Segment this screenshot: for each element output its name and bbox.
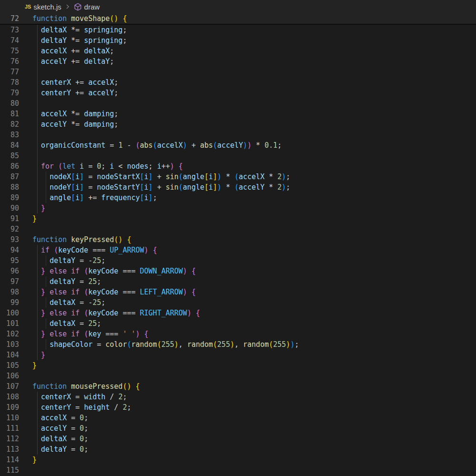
line-number: 110 [0, 413, 19, 423]
code-text: deltaY = -25; [32, 255, 106, 266]
code-text: deltaX = 0; [32, 434, 88, 444]
code-text: } else if (key === ' ') { [32, 329, 149, 339]
code-line[interactable]: 103 shapeColor = color(random(255), rand… [0, 339, 476, 350]
breadcrumb-file[interactable]: JS sketch.js [25, 3, 61, 11]
code-text: } else if (keyCode === RIGHT_ARROW) { [32, 308, 200, 318]
code-line[interactable]: 97 deltaY = 25; [0, 276, 476, 287]
code-line[interactable]: 80 [0, 98, 476, 109]
indent-guide [37, 130, 38, 140]
code-line[interactable]: 106 [0, 371, 476, 381]
code-text: function mousePressed() { [32, 381, 140, 392]
code-line[interactable]: 77 [0, 67, 476, 77]
indent-guide [37, 151, 38, 161]
code-line[interactable]: 115 [0, 465, 476, 476]
code-line[interactable]: 112 deltaX = 0; [0, 434, 476, 444]
code-line[interactable]: 78 centerX += accelX; [0, 77, 476, 88]
code-line[interactable]: 87 nodeX[i] = nodeStartX[i] + sin(angle[… [0, 172, 476, 182]
code-line[interactable]: 88 nodeY[i] = nodeStartY[i] + sin(angle[… [0, 182, 476, 192]
code-text: accelY = 0; [32, 423, 88, 434]
js-file-icon: JS [25, 4, 31, 10]
code-line[interactable]: 86 for (let i = 0; i < nodes; i++) { [0, 161, 476, 172]
code-line[interactable]: 101 deltaX = 25; [0, 318, 476, 329]
code-line[interactable]: 82 accelY *= damping; [0, 119, 476, 130]
line-number: 97 [0, 276, 19, 287]
code-line[interactable]: 104 } [0, 350, 476, 360]
line-number: 82 [0, 119, 19, 130]
code-text: } [32, 213, 37, 224]
code-line[interactable]: 99 deltaX = -25; [0, 297, 476, 308]
code-line[interactable]: 84 organicConstant = 1 - (abs(accelX) + … [0, 140, 476, 151]
code-editor: 72function moveShape() {73 deltaX *= spr… [0, 13, 476, 476]
code-line[interactable]: 105} [0, 360, 476, 371]
code-text: if (keyCode === UP_ARROW) { [32, 245, 157, 255]
code-line[interactable]: 75 accelX += deltaX; [0, 46, 476, 56]
line-number: 90 [0, 203, 19, 213]
code-line[interactable]: 73 deltaX *= springing; [0, 25, 476, 35]
code-text: } else if (keyCode === LEFT_ARROW) { [32, 287, 196, 297]
line-number: 108 [0, 392, 19, 402]
breadcrumb-symbol-name: draw [84, 3, 100, 11]
code-text: deltaX = 25; [32, 318, 101, 329]
line-number: 88 [0, 182, 19, 192]
code-text: angle[i] += frequency[i]; [32, 192, 157, 203]
code-text: deltaY = 25; [32, 276, 101, 287]
code-line[interactable]: 74 deltaY *= springing; [0, 35, 476, 46]
line-number: 72 [0, 13, 19, 24]
line-number: 103 [0, 339, 19, 350]
line-number: 79 [0, 88, 19, 98]
line-number: 101 [0, 318, 19, 329]
code-line[interactable]: 100 } else if (keyCode === RIGHT_ARROW) … [0, 308, 476, 318]
code-line[interactable]: 91} [0, 213, 476, 224]
code-line[interactable]: 95 deltaY = -25; [0, 255, 476, 266]
indent-guide [37, 67, 38, 77]
code-text: deltaX *= springing; [32, 25, 127, 35]
line-number: 115 [0, 465, 19, 476]
code-line[interactable]: 96 } else if (keyCode === DOWN_ARROW) { [0, 266, 476, 276]
symbol-method-icon [74, 3, 82, 11]
code-line[interactable]: 94 if (keyCode === UP_ARROW) { [0, 245, 476, 255]
code-text: centerX += accelX; [32, 77, 119, 88]
code-line[interactable]: 111 accelY = 0; [0, 423, 476, 434]
line-number: 84 [0, 140, 19, 151]
code-line[interactable]: 92 [0, 224, 476, 234]
line-number: 73 [0, 25, 19, 35]
code-text: centerY += accelY; [32, 88, 119, 98]
line-number: 87 [0, 172, 19, 182]
code-line[interactable]: 90 } [0, 203, 476, 213]
line-number: 83 [0, 130, 19, 140]
code-line[interactable]: 98 } else if (keyCode === LEFT_ARROW) { [0, 287, 476, 297]
line-number: 104 [0, 350, 19, 360]
line-number: 92 [0, 224, 19, 234]
code-text: centerY = height / 2; [32, 402, 131, 413]
code-text: centerX = width / 2; [32, 392, 127, 402]
breadcrumb-symbol[interactable]: draw [74, 3, 100, 11]
line-number: 93 [0, 234, 19, 245]
code-line[interactable]: 79 centerY += accelY; [0, 88, 476, 98]
code-text: for (let i = 0; i < nodes; i++) { [32, 161, 183, 172]
code-line[interactable]: 76 accelY += deltaY; [0, 56, 476, 67]
code-line[interactable]: 108 centerX = width / 2; [0, 392, 476, 402]
code-line[interactable]: 85 [0, 151, 476, 161]
code-text: accelX += deltaX; [32, 46, 114, 56]
line-number: 102 [0, 329, 19, 339]
line-number: 77 [0, 67, 19, 77]
line-number: 75 [0, 46, 19, 56]
code-line[interactable]: 110 accelX = 0; [0, 413, 476, 423]
code-line[interactable]: 114} [0, 455, 476, 465]
code-text: } [32, 350, 45, 360]
code-text: deltaY *= springing; [32, 35, 127, 46]
code-line[interactable]: 109 centerY = height / 2; [0, 402, 476, 413]
code-text: nodeY[i] = nodeStartY[i] + sin(angle[i])… [32, 182, 290, 192]
code-line[interactable]: 72function moveShape() { [0, 13, 476, 25]
code-line[interactable]: 81 accelX *= damping; [0, 109, 476, 119]
code-line[interactable]: 93function keyPressed() { [0, 234, 476, 245]
line-number: 113 [0, 444, 19, 455]
code-text: } else if (keyCode === DOWN_ARROW) { [32, 266, 196, 276]
code-line[interactable]: 102 } else if (key === ' ') { [0, 329, 476, 339]
code-line[interactable]: 107function mousePressed() { [0, 381, 476, 392]
code-line[interactable]: 113 deltaY = 0; [0, 444, 476, 455]
line-number: 109 [0, 402, 19, 413]
line-number: 80 [0, 98, 19, 109]
code-line[interactable]: 83 [0, 130, 476, 140]
code-line[interactable]: 89 angle[i] += frequency[i]; [0, 192, 476, 203]
